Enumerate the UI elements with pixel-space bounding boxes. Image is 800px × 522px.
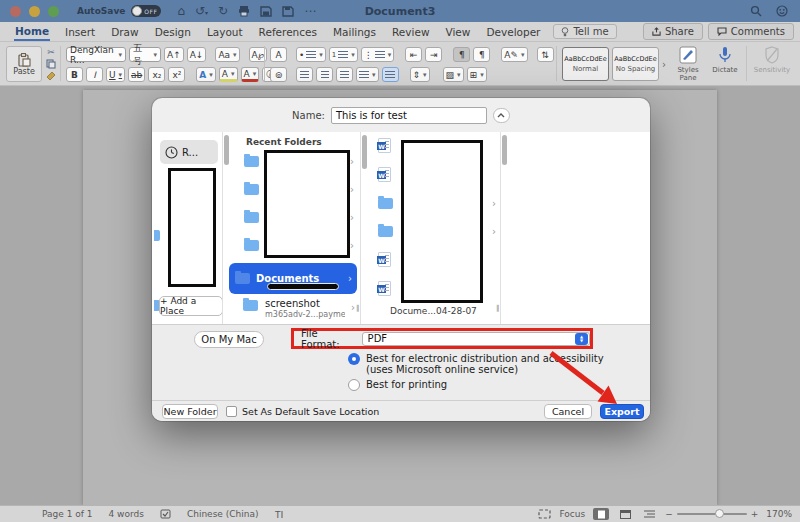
add-a-place-button[interactable]: + Add a Place — [159, 296, 223, 316]
justify-button[interactable]: ▾ — [356, 67, 379, 82]
tell-me-button[interactable]: Tell me — [553, 24, 616, 39]
file-format-dropdown[interactable]: PDF ▲▼ — [362, 332, 590, 346]
zoom-window-button[interactable] — [48, 6, 59, 17]
bold-button[interactable]: B — [66, 67, 83, 82]
font-color-button[interactable]: A▾ — [241, 67, 260, 82]
autosave-toggle[interactable]: OFF — [131, 5, 161, 17]
style-no-spacing[interactable]: AaBbCcDdEe No Spacing — [612, 47, 659, 81]
sort-button[interactable]: ⇅ — [537, 47, 554, 62]
styles-pane-button[interactable]: Styles Pane — [672, 46, 704, 82]
save-icon[interactable] — [282, 5, 294, 17]
collapse-dialog-button[interactable] — [493, 108, 510, 123]
superscript-button[interactable]: x² — [168, 67, 185, 82]
highlight-color-button[interactable]: A▾ — [219, 67, 238, 82]
undo-icon[interactable]: ↺▾ — [195, 4, 208, 18]
folder-icon[interactable] — [378, 198, 393, 209]
column-resize-handle[interactable]: ‖ — [496, 304, 501, 312]
dictate-button[interactable]: Dictate — [708, 46, 742, 74]
minimize-window-button[interactable] — [29, 6, 40, 17]
text-predictions-icon[interactable]: T — [274, 509, 285, 520]
borders-button[interactable]: ⊞▾ — [467, 67, 487, 82]
distribute-text-button[interactable] — [382, 67, 399, 82]
styles-gallery-more-icon[interactable]: › — [662, 59, 666, 70]
word-doc-icon[interactable] — [378, 167, 391, 182]
increase-indent-button[interactable]: ⇥ — [425, 47, 442, 62]
feedback-smiley-icon[interactable] — [776, 5, 788, 17]
word-doc-icon[interactable] — [378, 281, 391, 296]
print-icon[interactable] — [238, 5, 250, 17]
web-layout-view-button[interactable] — [617, 508, 633, 520]
save-as-icon[interactable] — [260, 5, 272, 17]
folder-icon[interactable] — [244, 212, 259, 223]
ltr-paragraph-button[interactable]: ¶ — [453, 47, 470, 62]
phonetic-button[interactable]: ⊚ — [270, 67, 287, 82]
align-left-button[interactable] — [296, 67, 313, 82]
style-normal[interactable]: AaBbCcDdEe Normal — [562, 47, 609, 81]
copy-icon[interactable] — [46, 59, 56, 69]
tab-mailings[interactable]: Mailings — [332, 24, 377, 40]
radio-printing-row[interactable]: Best for printing — [348, 379, 447, 391]
print-layout-view-button[interactable] — [593, 508, 609, 520]
shrink-font-button[interactable]: A↓ — [187, 47, 207, 62]
folder-icon[interactable] — [244, 240, 259, 251]
on-my-mac-button[interactable]: On My Mac — [194, 331, 264, 348]
page-count[interactable]: Page 1 of 1 — [42, 509, 93, 519]
paste-button[interactable]: Paste — [6, 46, 42, 82]
zoom-slider-knob[interactable] — [715, 509, 724, 518]
italic-button[interactable]: I — [86, 67, 103, 82]
numbering-button[interactable]: 1▾ — [329, 47, 358, 62]
underline-button[interactable]: U▾ — [106, 67, 125, 82]
bullets-button[interactable]: •▾ — [296, 47, 326, 62]
sensitivity-button[interactable]: Sensitivity — [750, 46, 794, 74]
rtl-paragraph-button[interactable]: ¶ — [473, 47, 490, 62]
folder-icon[interactable] — [244, 184, 259, 195]
font-size-combo[interactable]: 五号▾ — [129, 47, 161, 62]
align-right-button[interactable] — [336, 67, 353, 82]
tab-references[interactable]: References — [258, 24, 318, 40]
new-folder-button[interactable]: New Folder — [162, 404, 218, 419]
scrollbar-sidebar[interactable] — [222, 132, 229, 324]
text-effects-button[interactable]: A▾ — [196, 67, 215, 82]
scrollbar-folders[interactable] — [360, 132, 367, 324]
cut-icon[interactable]: ✂ — [47, 47, 55, 57]
word-doc-icon[interactable] — [378, 252, 391, 267]
tab-review[interactable]: Review — [391, 24, 430, 40]
more-commands-icon[interactable]: ⋯ — [304, 4, 316, 18]
tab-home[interactable]: Home — [14, 23, 50, 41]
cancel-button[interactable]: Cancel — [544, 404, 592, 419]
outline-view-button[interactable] — [641, 508, 657, 520]
close-window-button[interactable] — [10, 6, 21, 17]
decrease-indent-button[interactable]: ⇤ — [405, 47, 422, 62]
focus-button[interactable]: Focus — [559, 509, 585, 519]
tab-design[interactable]: Design — [154, 24, 192, 40]
search-icon[interactable] — [750, 5, 762, 17]
tab-insert[interactable]: Insert — [64, 24, 96, 40]
column-resize-handle[interactable]: ‖ — [356, 304, 361, 312]
radio-electronic-row[interactable]: Best for electronic distribution and acc… — [348, 353, 604, 375]
grow-font-button[interactable]: A↑ — [164, 47, 184, 62]
line-spacing-button[interactable]: ⇕▾ — [410, 67, 430, 82]
align-center-button[interactable] — [316, 67, 333, 82]
scrollbar-files[interactable] — [500, 132, 507, 324]
comments-button[interactable]: Comments — [708, 23, 794, 40]
subscript-button[interactable]: x₂ — [148, 67, 165, 82]
screenshot-folder-row[interactable]: screenshot m365adv-2...payments › — [237, 296, 357, 324]
zoom-in-button[interactable]: + — [751, 509, 759, 519]
zoom-slider[interactable] — [677, 513, 747, 515]
change-case-button[interactable]: Aa▾ — [215, 47, 239, 62]
sidebar-recents-item[interactable]: R... — [160, 140, 218, 164]
language-indicator[interactable]: Chinese (China) — [187, 509, 259, 519]
proofing-icon[interactable] — [160, 509, 171, 520]
tab-view[interactable]: View — [444, 24, 471, 40]
tab-developer[interactable]: Developer — [485, 24, 541, 40]
tab-draw[interactable]: Draw — [110, 24, 139, 40]
word-count[interactable]: 4 words — [109, 509, 144, 519]
zoom-level[interactable]: 170% — [766, 509, 792, 519]
zoom-out-button[interactable]: − — [665, 509, 673, 519]
font-name-combo[interactable]: DengXian R...▾ — [66, 47, 126, 62]
character-border-button[interactable]: A — [270, 47, 287, 62]
word-doc-icon[interactable] — [378, 138, 391, 153]
folder-icon[interactable] — [378, 226, 393, 237]
set-default-checkbox[interactable] — [226, 406, 237, 417]
shading-button[interactable]: ▨▾ — [443, 67, 464, 82]
